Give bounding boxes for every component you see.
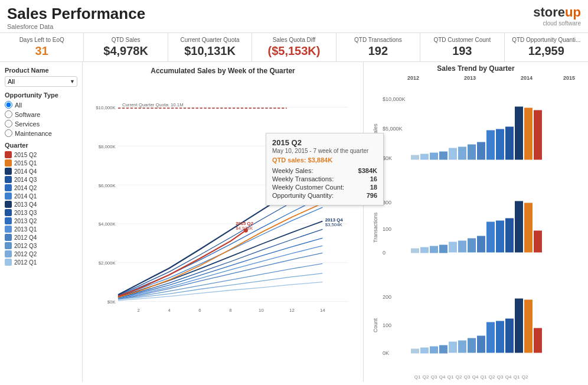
svg-rect-53 bbox=[458, 241, 466, 253]
svg-rect-41 bbox=[505, 127, 514, 160]
svg-text:10: 10 bbox=[259, 308, 264, 313]
logo: storeup cloud software bbox=[533, 5, 581, 27]
transactions-chart-area: 300 100 0 bbox=[383, 180, 583, 276]
svg-text:6: 6 bbox=[198, 308, 201, 313]
svg-rect-78 bbox=[534, 328, 542, 353]
quarter-legend-item[interactable]: 2012 Q1 bbox=[5, 259, 77, 266]
tooltip-qtd-value: $3,884K bbox=[308, 156, 333, 164]
year-labels-row: 2012 2013 2014 2015 bbox=[368, 75, 583, 81]
quarter-legend-item[interactable]: 2013 Q4 bbox=[5, 201, 77, 208]
opp-type-label-services: Services bbox=[15, 120, 40, 128]
quarter-legend-item[interactable]: 2014 Q2 bbox=[5, 184, 77, 191]
legend-item-label: 2013 Q3 bbox=[14, 210, 37, 216]
kpi-value-0: 31 bbox=[2, 44, 81, 58]
kpi-item-4: QTD Transactions192 bbox=[337, 33, 420, 61]
kpi-value-1: $4,978K bbox=[86, 44, 165, 58]
tooltip-row-value: $384K bbox=[358, 167, 377, 174]
kpi-item-3: Sales Quota Diff($5,153K) bbox=[252, 33, 336, 61]
svg-rect-37 bbox=[468, 145, 476, 160]
count-svg: 200 100 0K bbox=[383, 277, 583, 373]
svg-rect-57 bbox=[496, 221, 504, 253]
svg-rect-65 bbox=[411, 349, 419, 354]
quarter-legend-item[interactable]: 2013 Q1 bbox=[5, 226, 77, 233]
sales-mini-chart: Sales $10,000K $5,000K $0K bbox=[368, 82, 583, 178]
quarter-legend-item[interactable]: 2015 Q2 bbox=[5, 151, 77, 158]
legend-color-dot bbox=[5, 242, 12, 249]
tooltip-row-label: Opportunity Quantity: bbox=[272, 192, 334, 199]
quarter-legend-item[interactable]: 2013 Q2 bbox=[5, 217, 77, 224]
tooltip-row: Weekly Sales:$384K bbox=[272, 167, 377, 174]
legend-color-dot bbox=[5, 226, 12, 233]
kpi-value-6: 12,959 bbox=[507, 44, 586, 58]
kpi-bar: Days Left to EoQ31QTD Sales$4,978KCurren… bbox=[0, 33, 588, 62]
opp-type-item-services[interactable]: Services bbox=[5, 120, 77, 128]
svg-text:0: 0 bbox=[383, 250, 386, 256]
opp-type-item-maintenance[interactable]: Maintenance bbox=[5, 129, 77, 137]
legend-color-dot bbox=[5, 159, 12, 167]
quarter-legend-item[interactable]: 2012 Q4 bbox=[5, 234, 77, 241]
legend-color-dot bbox=[5, 192, 12, 200]
legend-color-dot bbox=[5, 250, 12, 257]
logo-subtitle: cloud software bbox=[543, 20, 581, 27]
kpi-item-0: Days Left to EoQ31 bbox=[0, 33, 84, 61]
legend-item-label: 2012 Q1 bbox=[14, 259, 37, 266]
tooltip-row-value: 796 bbox=[367, 192, 377, 199]
svg-text:200: 200 bbox=[383, 294, 391, 300]
logo-store: store bbox=[533, 5, 565, 19]
kpi-label-6: QTD Opportunity Quanti... bbox=[507, 37, 586, 43]
tooltip-row-value: 16 bbox=[370, 175, 377, 182]
kpi-value-3: ($5,153K) bbox=[254, 44, 333, 58]
svg-text:$10,000K: $10,000K bbox=[383, 96, 406, 102]
page-subtitle: Salesforce Data bbox=[7, 23, 145, 30]
quarter-legend-item[interactable]: 2014 Q1 bbox=[5, 192, 77, 200]
quarter-legend-item[interactable]: 2013 Q3 bbox=[5, 209, 77, 216]
svg-rect-71 bbox=[468, 338, 476, 353]
product-dropdown-wrapper[interactable]: All Software Services Maintenance ▼ bbox=[5, 76, 77, 87]
legend-color-dot bbox=[5, 168, 12, 175]
legend-color-dot bbox=[5, 259, 12, 266]
kpi-item-6: QTD Opportunity Quanti...12,959 bbox=[505, 33, 588, 61]
svg-rect-35 bbox=[449, 148, 457, 160]
opp-type-item-software[interactable]: Software bbox=[5, 110, 77, 118]
opp-type-radio-maintenance[interactable] bbox=[5, 129, 12, 137]
svg-rect-76 bbox=[515, 299, 523, 353]
svg-text:$0K: $0K bbox=[383, 155, 392, 161]
svg-text:0K: 0K bbox=[383, 350, 389, 356]
legend-color-dot bbox=[5, 234, 12, 241]
left-chart-title: Accumulated Sales by Week of the Quarter bbox=[87, 67, 358, 75]
opp-type-radio-services[interactable] bbox=[5, 120, 12, 128]
opp-type-radio-all[interactable] bbox=[5, 101, 12, 109]
opp-type-item-all[interactable]: All bbox=[5, 101, 77, 109]
legend-color-dot bbox=[5, 151, 12, 158]
quarter-legend-item[interactable]: 2014 Q3 bbox=[5, 176, 77, 183]
legend-item-label: 2014 Q3 bbox=[14, 177, 37, 183]
svg-text:$3,504K: $3,504K bbox=[325, 222, 343, 227]
svg-text:4: 4 bbox=[168, 308, 171, 313]
year-label-2014: 2014 bbox=[498, 75, 555, 81]
product-dropdown[interactable]: All Software Services Maintenance bbox=[5, 76, 77, 87]
svg-rect-54 bbox=[468, 239, 476, 253]
tooltip-row-label: Weekly Transactions: bbox=[272, 175, 334, 182]
svg-rect-39 bbox=[486, 130, 495, 160]
count-mini-chart: Count 200 100 0K bbox=[368, 277, 583, 373]
quarter-legend-item[interactable]: 2015 Q1 bbox=[5, 159, 77, 167]
opp-type-radio-software[interactable] bbox=[5, 110, 12, 118]
legend-item-label: 2015 Q1 bbox=[14, 160, 37, 167]
quarter-legend-item[interactable]: 2012 Q2 bbox=[5, 250, 77, 257]
kpi-label-3: Sales Quota Diff bbox=[254, 37, 333, 43]
svg-rect-61 bbox=[534, 231, 542, 253]
svg-rect-43 bbox=[524, 108, 533, 160]
svg-rect-69 bbox=[449, 342, 457, 353]
svg-rect-70 bbox=[458, 341, 466, 353]
tooltip-row-label: Weekly Customer Count: bbox=[272, 184, 344, 191]
quarter-legend-item[interactable]: 2014 Q4 bbox=[5, 168, 77, 175]
svg-rect-33 bbox=[430, 153, 438, 160]
year-label-2013: 2013 bbox=[442, 75, 498, 81]
quarter-legend-item[interactable]: 2012 Q3 bbox=[5, 242, 77, 249]
page-title: Sales Performance bbox=[7, 5, 145, 23]
right-chart: Sales Trend by Quarter 2012 2013 2014 20… bbox=[364, 62, 588, 382]
svg-text:100: 100 bbox=[383, 322, 391, 328]
svg-rect-32 bbox=[420, 154, 429, 160]
kpi-item-2: Current Quarter Quota$10,131K bbox=[168, 33, 252, 61]
svg-rect-67 bbox=[430, 347, 438, 354]
